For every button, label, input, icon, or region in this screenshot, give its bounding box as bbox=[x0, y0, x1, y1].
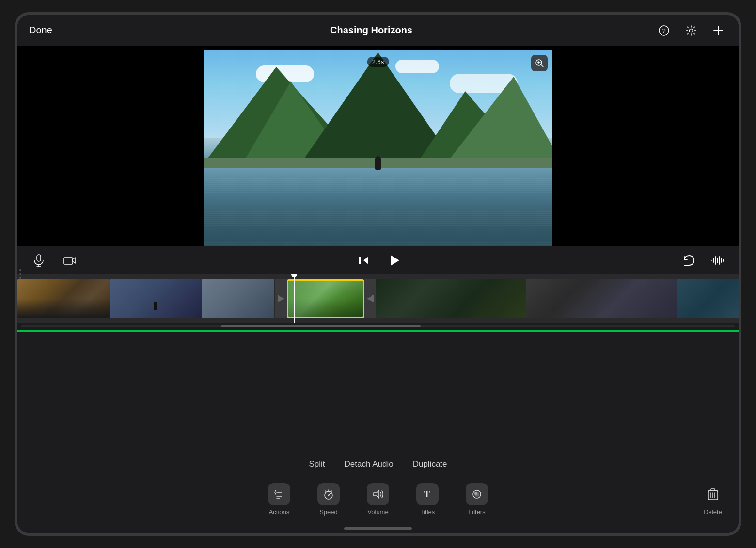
undo-button[interactable] bbox=[678, 251, 698, 270]
svg-rect-26 bbox=[372, 295, 374, 302]
svg-point-40 bbox=[474, 492, 477, 495]
svg-marker-13 bbox=[363, 257, 368, 264]
svg-text:T: T bbox=[424, 489, 430, 499]
svg-line-32 bbox=[325, 491, 326, 492]
volume-label: Volume bbox=[367, 508, 388, 516]
toolbar-titles-button[interactable]: T Titles bbox=[403, 483, 452, 516]
zoom-button[interactable] bbox=[531, 55, 548, 71]
timeline-area bbox=[17, 274, 739, 341]
skip-back-button[interactable] bbox=[354, 251, 373, 270]
audio-wave-button[interactable] bbox=[708, 251, 727, 270]
filters-label: Filters bbox=[468, 508, 485, 516]
toolbar-speed-button[interactable]: Speed bbox=[304, 483, 353, 516]
sidebar-handle bbox=[17, 265, 23, 283]
timeline-empty-space bbox=[17, 341, 739, 453]
clip-silhouette[interactable] bbox=[110, 279, 202, 318]
svg-text:?: ? bbox=[662, 27, 665, 34]
scroll-indicator bbox=[17, 323, 739, 330]
tablet-frame: Done Chasing Horizons ? bbox=[15, 12, 741, 536]
svg-rect-24 bbox=[278, 295, 279, 302]
actions-label: Actions bbox=[269, 508, 290, 516]
main-content: 2.6s bbox=[17, 46, 739, 533]
delete-icon bbox=[702, 483, 724, 505]
play-button[interactable] bbox=[385, 251, 404, 270]
titles-label: Titles bbox=[420, 508, 435, 516]
bottom-area: Split Detach Audio Duplicate bbox=[17, 453, 739, 533]
svg-rect-9 bbox=[37, 255, 41, 261]
title-bar: Done Chasing Horizons ? bbox=[17, 15, 739, 46]
clip-rocky-cliff[interactable] bbox=[526, 279, 677, 318]
done-button[interactable]: Done bbox=[29, 25, 52, 36]
timeline-strip[interactable] bbox=[17, 274, 739, 323]
add-button[interactable] bbox=[709, 22, 727, 39]
audio-track bbox=[17, 330, 739, 341]
duplicate-button[interactable]: Duplicate bbox=[413, 459, 447, 469]
speed-icon bbox=[317, 483, 340, 505]
clip-dark-trees[interactable] bbox=[376, 279, 526, 318]
delete-button[interactable]: Delete bbox=[702, 483, 724, 516]
video-preview: 2.6s bbox=[17, 46, 739, 246]
clip-hikers[interactable] bbox=[17, 279, 110, 318]
toolbar-filters-button[interactable]: Filters bbox=[452, 483, 502, 516]
project-title: Chasing Horizons bbox=[330, 25, 412, 35]
svg-point-2 bbox=[690, 29, 693, 32]
toolbar-items: Actions bbox=[254, 483, 502, 516]
home-bar bbox=[17, 523, 739, 533]
svg-marker-15 bbox=[391, 255, 399, 266]
speed-label: Speed bbox=[319, 508, 338, 516]
toolbar: Actions bbox=[17, 475, 739, 523]
settings-button[interactable] bbox=[682, 22, 700, 39]
actions-icon bbox=[268, 483, 290, 505]
split-button[interactable]: Split bbox=[309, 459, 325, 469]
home-bar-indicator bbox=[344, 527, 412, 530]
transition-right[interactable] bbox=[364, 279, 376, 318]
transition-left[interactable] bbox=[275, 279, 287, 318]
filters-icon bbox=[466, 483, 488, 505]
clip-foggy[interactable] bbox=[202, 279, 274, 318]
delete-label: Delete bbox=[704, 508, 722, 516]
help-button[interactable]: ? bbox=[655, 22, 673, 39]
svg-marker-36 bbox=[374, 490, 379, 498]
svg-point-35 bbox=[328, 494, 330, 496]
clip-selected-green-valley[interactable] bbox=[287, 279, 364, 318]
volume-icon bbox=[367, 483, 389, 505]
svg-rect-12 bbox=[64, 258, 73, 264]
microphone-button[interactable] bbox=[29, 251, 48, 270]
clip-river-pool[interactable] bbox=[677, 279, 739, 318]
svg-line-33 bbox=[331, 491, 332, 492]
video-container[interactable]: 2.6s bbox=[204, 50, 552, 246]
toolbar-volume-button[interactable]: Volume bbox=[353, 483, 403, 516]
video-scene bbox=[204, 50, 552, 246]
camera-button[interactable] bbox=[60, 251, 79, 270]
toolbar-actions-button[interactable]: Actions bbox=[254, 483, 304, 516]
detach-audio-button[interactable]: Detach Audio bbox=[345, 459, 394, 469]
audio-track-line bbox=[17, 331, 739, 332]
svg-line-6 bbox=[541, 65, 544, 67]
playback-controls bbox=[17, 246, 739, 274]
timestamp-badge: 2.6s bbox=[367, 57, 389, 67]
titles-icon: T bbox=[416, 483, 439, 505]
svg-rect-14 bbox=[359, 257, 361, 264]
clip-actions: Split Detach Audio Duplicate bbox=[17, 453, 739, 475]
